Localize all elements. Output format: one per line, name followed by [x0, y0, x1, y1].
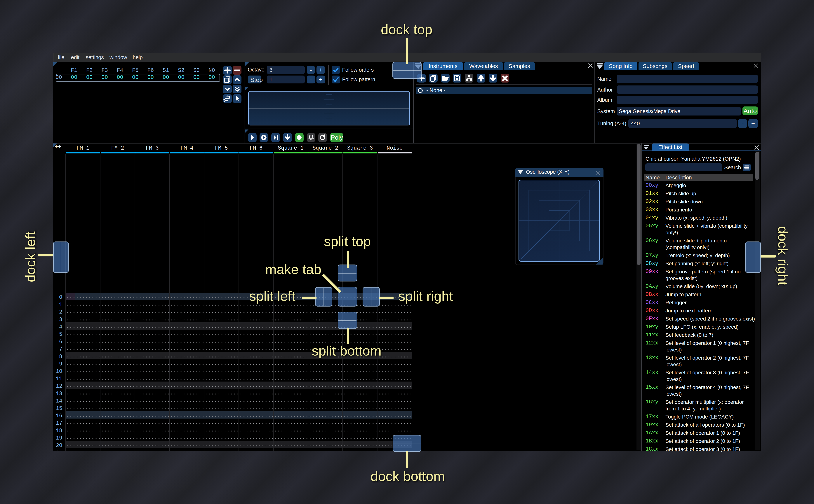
svg-text:12: 12: [56, 383, 62, 389]
svg-text:5: 5: [59, 331, 62, 337]
svg-text:15: 15: [56, 405, 62, 412]
svg-text:14: 14: [56, 398, 62, 404]
svg-text:16: 16: [56, 413, 62, 419]
svg-text:4: 4: [59, 324, 62, 330]
svg-text:21: 21: [56, 450, 62, 451]
svg-text:3: 3: [59, 317, 62, 323]
svg-text:17: 17: [56, 420, 62, 426]
svg-text:20: 20: [56, 442, 62, 449]
svg-text:19: 19: [56, 435, 62, 441]
svg-text:18: 18: [56, 428, 62, 434]
svg-text:0: 0: [59, 294, 62, 300]
svg-text:2: 2: [59, 309, 62, 315]
svg-text:9: 9: [59, 361, 62, 367]
svg-text:10: 10: [56, 368, 62, 375]
svg-text:1: 1: [59, 302, 62, 308]
svg-text:8: 8: [59, 354, 62, 360]
svg-text:6: 6: [59, 339, 62, 345]
svg-text:13: 13: [56, 391, 62, 397]
svg-text:7: 7: [59, 346, 62, 352]
svg-text:11: 11: [56, 376, 62, 382]
